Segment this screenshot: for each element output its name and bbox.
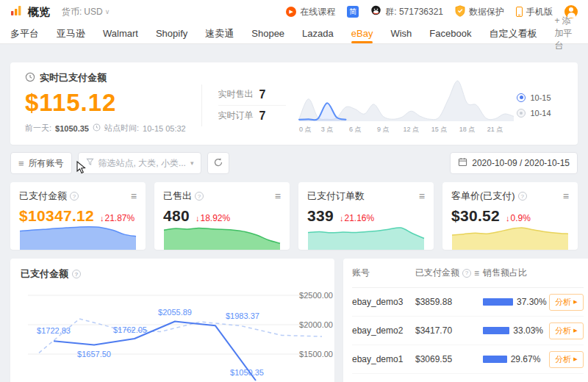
qq-group-link[interactable]: 群: 571736321 (370, 5, 443, 18)
tab-multi-platform[interactable]: 多平台 (10, 24, 39, 43)
jian-badge-icon[interactable]: 简 (347, 6, 359, 18)
metric-card-paid-amount: 已支付金额? ≡ $10347.12 ↓21.87% (10, 182, 146, 250)
account-amount: $3859.88 (415, 297, 483, 307)
analyze-button[interactable]: 分析▶ (549, 322, 583, 339)
currency-selector[interactable]: 货币: USD ∨ (62, 6, 110, 18)
help-icon[interactable]: ? (462, 269, 471, 278)
qq-icon (370, 5, 381, 18)
site-time-label: 站点时间: (104, 123, 139, 134)
realtime-paid-card: 实时已支付金额 $115.12 前一天: $1050.35 站点时间: 10-1… (10, 62, 578, 145)
table-row: ebay_demo2 $3417.70 33.03% 分析▶ (352, 317, 584, 345)
data-protection-label: 数据保护 (469, 6, 504, 18)
share-bar (483, 356, 507, 363)
realtime-sold-value: 7 (259, 88, 266, 101)
refresh-button[interactable] (207, 152, 229, 174)
analyze-button[interactable]: 分析▶ (549, 351, 583, 368)
hamburger-icon: ≡ (18, 158, 24, 169)
account-amount: $3417.70 (415, 325, 483, 336)
svg-text:$1762.05: $1762.05 (113, 325, 147, 334)
phone-icon (516, 7, 523, 17)
add-platform-button[interactable]: + 添加平台 (554, 24, 578, 43)
card-menu-icon[interactable]: ≡ (131, 191, 137, 201)
svg-text:6 点: 6 点 (349, 126, 362, 133)
tab-aliexpress[interactable]: 速卖通 (205, 24, 234, 43)
help-icon[interactable]: ? (518, 192, 527, 201)
online-course-link[interactable]: ▶ 在线课程 (286, 6, 335, 18)
radio-selected-icon (517, 93, 526, 102)
legend-radio-10-14[interactable]: 10-14 (517, 109, 563, 118)
chevron-down-icon: ∨ (105, 8, 110, 15)
mouse-cursor (76, 161, 87, 177)
metric-card-sold: 已售出? ≡ 480 ↓18.92% (154, 182, 290, 250)
metric-card-avg-price: 客单价(已支付)? ≡ $30.52 ↓0.9% (442, 182, 578, 250)
funnel-icon (86, 158, 94, 168)
prev-day-label: 前一天: (25, 123, 51, 134)
tab-shopify[interactable]: Shopify (156, 24, 187, 43)
sparkline-chart (447, 220, 573, 250)
share-bar (483, 298, 513, 306)
realtime-clock-icon (25, 72, 35, 84)
user-avatar[interactable] (564, 5, 578, 18)
online-course-label: 在线课程 (300, 6, 335, 18)
date-range-picker[interactable]: 2020-10-09 / 2020-10-15 (450, 152, 578, 174)
help-icon[interactable]: ? (70, 192, 79, 201)
legend-radio-10-15[interactable]: 10-15 (517, 93, 563, 102)
help-icon[interactable]: ? (195, 192, 204, 201)
data-protection-link[interactable]: 数据保护 (455, 5, 504, 19)
analyze-button[interactable]: 分析▶ (549, 294, 583, 311)
all-accounts-button[interactable]: ≡ 所有账号 (10, 152, 72, 174)
svg-text:3 点: 3 点 (321, 126, 334, 133)
card-menu-icon[interactable]: ≡ (419, 191, 425, 201)
share-bar (483, 327, 509, 334)
svg-text:$2055.89: $2055.89 (158, 308, 192, 317)
svg-text:$1050.35: $1050.35 (230, 368, 264, 377)
tab-custom-board[interactable]: 自定义看板 (489, 24, 537, 43)
realtime-orders-value: 7 (259, 109, 266, 123)
bottom-row: 已支付金额 ? $2500.00$2000.00$1500.00$1722.83… (10, 259, 578, 382)
prev-day-value: $1050.35 (55, 124, 89, 133)
card-menu-icon[interactable]: ≡ (563, 191, 569, 201)
sparkline-chart (159, 220, 285, 250)
svg-text:18 点: 18 点 (459, 126, 476, 133)
help-icon[interactable]: ? (72, 270, 81, 278)
svg-text:$2500.00: $2500.00 (299, 291, 333, 300)
tab-facebook[interactable]: Facebook (429, 24, 471, 43)
mobile-version-link[interactable]: 手机版 (516, 6, 553, 18)
radio-unselected-icon (517, 109, 526, 118)
table-header-row: 账号 已支付金额 ? ≡ 销售额占比 (352, 259, 584, 288)
svg-text:$1500.00: $1500.00 (299, 350, 333, 358)
table-row: ebay_demo3 $3859.88 37.30% 分析▶ (352, 288, 584, 317)
currency-value: USD (84, 7, 102, 17)
sparkline-chart (303, 220, 429, 250)
site-time-clock-icon (93, 123, 101, 133)
svg-text:$1722.83: $1722.83 (37, 326, 71, 335)
arrow-right-icon: ▶ (573, 299, 577, 305)
realtime-stats: 实时售出 7 实时订单 7 (201, 84, 287, 126)
account-amount: $3069.55 (415, 354, 483, 364)
share-percent: 33.03% (513, 325, 543, 336)
account-name: ebay_demo3 (352, 297, 415, 307)
card-menu-icon[interactable]: ≡ (275, 191, 281, 201)
tab-walmart[interactable]: Walmart (103, 24, 138, 43)
site-filter-dropdown[interactable]: 筛选站点, 大类, 小类... ▾ (78, 152, 202, 174)
site-time-value: 10-15 05:32 (143, 124, 186, 133)
tab-wish[interactable]: Wish (390, 24, 412, 43)
tab-amazon[interactable]: 亚马逊 (57, 24, 85, 43)
svg-text:$2000.00: $2000.00 (299, 320, 333, 329)
filter-row: ≡ 所有账号 筛选站点, 大类, 小类... ▾ 2020-10-09 / 20… (10, 152, 578, 174)
metric-cards-row: 已支付金额? ≡ $10347.12 ↓21.87% 已售出? ≡ 480 ↓1… (10, 182, 578, 250)
realtime-legend: 10-15 10-14 (517, 93, 563, 118)
calendar-icon (458, 157, 467, 169)
tab-lazada[interactable]: Lazada (302, 24, 334, 43)
svg-text:12 点: 12 点 (404, 126, 420, 133)
sort-menu-icon[interactable]: ≡ (474, 269, 479, 278)
svg-text:21 点: 21 点 (487, 126, 503, 133)
paid-amount-line-chart: $2500.00$2000.00$1500.00$1722.83$1657.50… (21, 281, 334, 382)
svg-text:0 点: 0 点 (299, 126, 312, 133)
tab-ebay[interactable]: eBay (351, 24, 373, 43)
realtime-amount: $115.12 (25, 89, 201, 117)
currency-label: 货币: (62, 6, 82, 18)
page-title: 概览 (28, 5, 50, 19)
caret-down-icon: ▾ (190, 159, 194, 167)
tab-shopee[interactable]: Shopee (251, 24, 284, 43)
